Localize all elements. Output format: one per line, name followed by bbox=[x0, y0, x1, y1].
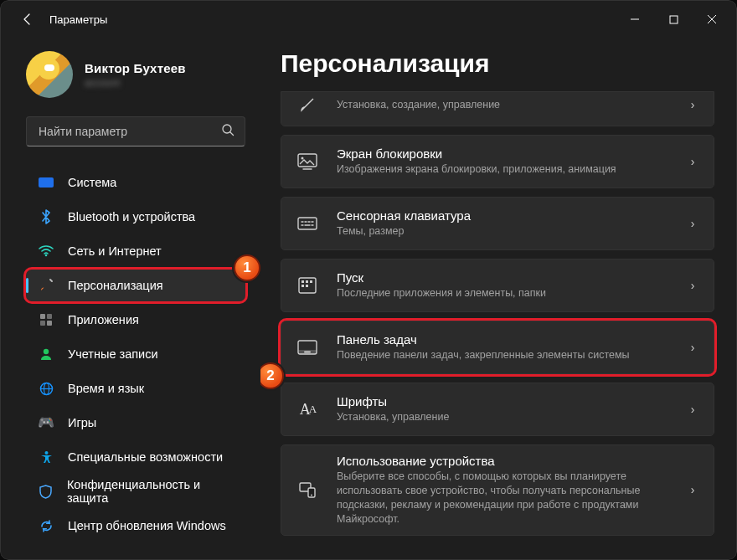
profile-block[interactable]: Виктор Бухтеев account bbox=[26, 51, 245, 98]
card-device-usage[interactable]: Использование устройства Выберите все сп… bbox=[281, 444, 714, 536]
sidebar-item-gaming[interactable]: 🎮 Игры bbox=[26, 407, 245, 439]
card-subtitle: Последние приложения и элементы, папки bbox=[337, 286, 675, 301]
sidebar-item-label: Bluetooth и устройства bbox=[68, 210, 195, 223]
back-button[interactable] bbox=[13, 4, 43, 34]
globe-clock-icon bbox=[38, 380, 54, 397]
card-title: Шрифты bbox=[337, 394, 675, 408]
person-icon bbox=[38, 346, 54, 362]
sidebar-item-label: Игры bbox=[68, 416, 96, 429]
svg-rect-3 bbox=[40, 314, 45, 319]
close-button[interactable] bbox=[693, 6, 731, 33]
svg-rect-15 bbox=[302, 280, 304, 283]
bluetooth-icon bbox=[38, 208, 54, 225]
svg-rect-4 bbox=[47, 314, 52, 319]
svg-point-1 bbox=[223, 125, 231, 133]
sidebar-item-label: Учетные записи bbox=[68, 347, 158, 361]
paintbrush-icon bbox=[38, 277, 54, 294]
taskbar-icon bbox=[296, 337, 318, 358]
font-icon: AA bbox=[296, 398, 318, 420]
sync-icon bbox=[38, 517, 54, 534]
device-usage-icon bbox=[296, 479, 318, 501]
chevron-right-icon: › bbox=[683, 217, 702, 230]
search-icon bbox=[221, 123, 234, 140]
card-start[interactable]: Пуск Последние приложения и элементы, па… bbox=[281, 259, 714, 312]
sidebar-item-network[interactable]: Сеть и Интернет bbox=[26, 235, 245, 267]
sidebar-item-label: Персонализация bbox=[68, 279, 163, 292]
profile-text: Виктор Бухтеев account bbox=[85, 61, 186, 89]
avatar bbox=[26, 51, 73, 98]
window-title: Параметры bbox=[49, 13, 107, 26]
chevron-right-icon: › bbox=[683, 403, 702, 416]
callout-badge-1: 1 bbox=[234, 254, 260, 281]
svg-point-25 bbox=[311, 495, 312, 496]
svg-rect-22 bbox=[304, 352, 311, 353]
card-subtitle: Изображения экрана блокировки, приложени… bbox=[337, 162, 675, 177]
start-menu-icon bbox=[296, 275, 318, 296]
card-subtitle: Выберите все способы, с помощью которых … bbox=[337, 470, 675, 527]
card-subtitle: Темы, размер bbox=[337, 224, 675, 239]
apps-icon bbox=[38, 311, 54, 328]
svg-rect-5 bbox=[40, 321, 45, 326]
sidebar-item-windows-update[interactable]: Центр обновления Windows bbox=[26, 510, 245, 542]
sidebar-item-accessibility[interactable]: Специальные возможности bbox=[26, 441, 245, 473]
minimize-button[interactable] bbox=[616, 6, 654, 33]
sidebar-item-label: Сеть и Интернет bbox=[68, 244, 162, 258]
sidebar-item-personalization[interactable]: Персонализация bbox=[26, 270, 245, 301]
svg-point-2 bbox=[45, 254, 48, 257]
sidebar-item-personalization-wrap: Персонализация 1 bbox=[26, 270, 245, 301]
sidebar-item-label: Время и язык bbox=[68, 382, 144, 395]
svg-rect-19 bbox=[306, 285, 308, 287]
sidebar-item-time-language[interactable]: Время и язык bbox=[26, 372, 245, 404]
game-controller-icon: 🎮 bbox=[38, 414, 54, 431]
svg-point-7 bbox=[44, 349, 49, 354]
sidebar-item-bluetooth[interactable]: Bluetooth и устройства bbox=[26, 201, 245, 233]
sidebar-item-system[interactable]: Система bbox=[26, 167, 245, 198]
chevron-right-icon: › bbox=[683, 98, 702, 111]
display-icon bbox=[38, 174, 54, 191]
svg-rect-17 bbox=[310, 280, 312, 283]
page-title: Персонализация bbox=[281, 49, 714, 78]
card-touch-keyboard[interactable]: Сенсорная клавиатура Темы, размер › bbox=[281, 197, 714, 250]
sidebar-item-accounts[interactable]: Учетные записи bbox=[26, 338, 245, 370]
sidebar: Виктор Бухтеев account Система bbox=[1, 38, 260, 559]
keyboard-icon bbox=[296, 213, 318, 234]
card-taskbar[interactable]: Панель задач Поведение панели задач, зак… bbox=[281, 321, 714, 374]
svg-rect-13 bbox=[298, 218, 317, 229]
wifi-icon bbox=[38, 243, 54, 259]
sidebar-nav: Система Bluetooth и устройства Сеть и Ин… bbox=[26, 167, 245, 542]
card-title: Пуск bbox=[337, 270, 675, 285]
chevron-right-icon: › bbox=[683, 341, 702, 354]
card-subtitle: Поведение панели задач, закрепленные эле… bbox=[337, 348, 675, 362]
card-subtitle: Установка, управление bbox=[337, 410, 675, 424]
card-subtitle: Установка, создание, управление bbox=[337, 98, 675, 112]
sidebar-item-label: Приложения bbox=[68, 313, 139, 326]
card-themes-partial[interactable]: Установка, создание, управление › bbox=[281, 91, 714, 126]
profile-name: Виктор Бухтеев bbox=[85, 61, 186, 75]
shield-icon bbox=[38, 483, 54, 500]
chevron-right-icon: › bbox=[683, 155, 702, 168]
sidebar-item-label: Конфиденциальность и защита bbox=[67, 478, 235, 505]
card-title: Сенсорная клавиатура bbox=[337, 208, 675, 223]
svg-rect-0 bbox=[670, 16, 678, 23]
svg-point-10 bbox=[44, 451, 48, 455]
body: Виктор Бухтеев account Система bbox=[1, 38, 736, 559]
settings-window: Параметры Виктор Бухтеев account bbox=[0, 0, 737, 560]
titlebar: Параметры bbox=[1, 1, 736, 38]
window-controls bbox=[616, 6, 731, 33]
card-title: Панель задач bbox=[337, 332, 675, 347]
profile-subtext: account bbox=[85, 77, 186, 89]
sidebar-item-privacy[interactable]: Конфиденциальность и защита bbox=[26, 475, 245, 507]
search-box[interactable] bbox=[26, 116, 245, 146]
card-title: Использование устройства bbox=[337, 454, 675, 468]
maximize-button[interactable] bbox=[654, 6, 693, 33]
search-input[interactable] bbox=[37, 124, 221, 139]
card-lock-screen[interactable]: Экран блокировки Изображения экрана блок… bbox=[281, 135, 714, 188]
sidebar-item-apps[interactable]: Приложения bbox=[26, 304, 245, 336]
sidebar-item-label: Центр обновления Windows bbox=[68, 519, 226, 532]
card-taskbar-wrap: Панель задач Поведение панели задач, зак… bbox=[281, 321, 714, 374]
sidebar-item-label: Специальные возможности bbox=[68, 450, 223, 464]
card-fonts[interactable]: AA Шрифты Установка, управление › bbox=[281, 383, 714, 436]
chevron-right-icon: › bbox=[683, 279, 702, 292]
svg-rect-18 bbox=[302, 285, 304, 287]
sidebar-item-label: Система bbox=[68, 176, 116, 189]
